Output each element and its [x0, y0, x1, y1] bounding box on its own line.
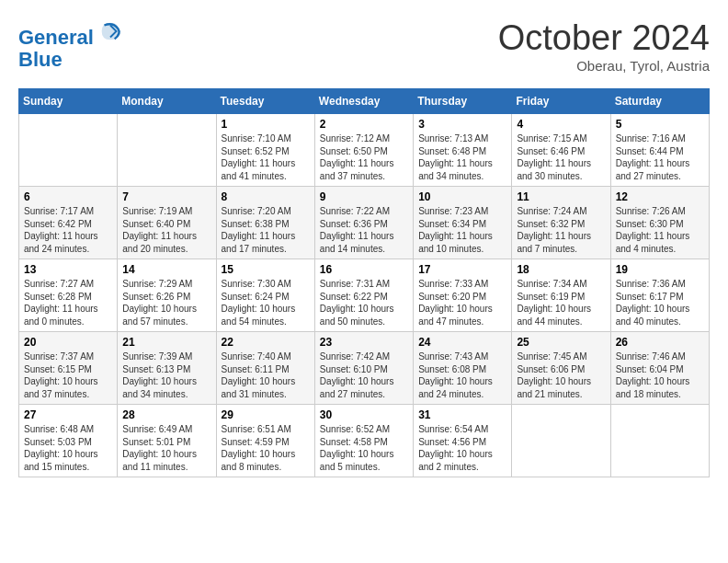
day-number: 1	[222, 118, 310, 131]
day-number: 8	[222, 190, 310, 203]
day-number: 19	[616, 263, 704, 276]
logo-line2-text: Blue	[18, 49, 123, 71]
day-number: 14	[122, 263, 210, 276]
day-number: 9	[320, 190, 408, 203]
calendar-cell: 3Sunrise: 7:13 AM Sunset: 6:48 PM Daylig…	[414, 114, 512, 187]
calendar-cell: 24Sunrise: 7:43 AM Sunset: 6:08 PM Dayli…	[414, 332, 512, 405]
calendar-cell: 12Sunrise: 7:26 AM Sunset: 6:30 PM Dayli…	[610, 187, 709, 259]
calendar-cell: 20Sunrise: 7:37 AM Sunset: 6:15 PM Dayli…	[19, 332, 118, 405]
day-header-wednesday: Wednesday	[314, 89, 413, 114]
calendar-cell: 2Sunrise: 7:12 AM Sunset: 6:50 PM Daylig…	[314, 114, 413, 187]
calendar-cell: 4Sunrise: 7:15 AM Sunset: 6:46 PM Daylig…	[512, 114, 610, 187]
day-info: Sunrise: 7:40 AM Sunset: 6:11 PM Dayligh…	[222, 350, 310, 400]
day-number: 6	[24, 190, 112, 203]
calendar-cell: 17Sunrise: 7:33 AM Sunset: 6:20 PM Dayli…	[414, 259, 512, 332]
day-number: 7	[122, 190, 210, 203]
day-info: Sunrise: 7:37 AM Sunset: 6:15 PM Dayligh…	[24, 350, 112, 400]
day-header-thursday: Thursday	[414, 89, 512, 114]
day-header-tuesday: Tuesday	[216, 89, 314, 114]
calendar-cell	[118, 114, 216, 187]
day-info: Sunrise: 7:13 AM Sunset: 6:48 PM Dayligh…	[418, 132, 506, 182]
day-info: Sunrise: 6:52 AM Sunset: 4:58 PM Dayligh…	[320, 423, 408, 473]
calendar-cell: 31Sunrise: 6:54 AM Sunset: 4:56 PM Dayli…	[414, 405, 512, 477]
day-number: 31	[418, 408, 506, 421]
calendar-cell: 6Sunrise: 7:17 AM Sunset: 6:42 PM Daylig…	[19, 187, 118, 259]
day-number: 13	[24, 263, 112, 276]
location-subtitle: Oberau, Tyrol, Austria	[498, 58, 710, 74]
day-info: Sunrise: 6:51 AM Sunset: 4:59 PM Dayligh…	[222, 423, 310, 473]
calendar-cell: 16Sunrise: 7:31 AM Sunset: 6:22 PM Dayli…	[314, 259, 413, 332]
day-number: 18	[517, 263, 605, 276]
calendar-cell	[19, 114, 118, 187]
calendar-week-row: 27Sunrise: 6:48 AM Sunset: 5:03 PM Dayli…	[19, 405, 710, 477]
day-info: Sunrise: 7:33 AM Sunset: 6:20 PM Dayligh…	[418, 278, 506, 327]
calendar-cell: 10Sunrise: 7:23 AM Sunset: 6:34 PM Dayli…	[414, 187, 512, 259]
day-info: Sunrise: 6:48 AM Sunset: 5:03 PM Dayligh…	[24, 423, 112, 473]
day-number: 4	[517, 118, 605, 131]
day-info: Sunrise: 6:54 AM Sunset: 4:56 PM Dayligh…	[418, 423, 506, 473]
month-title: October 2024	[498, 18, 710, 58]
day-info: Sunrise: 7:29 AM Sunset: 6:26 PM Dayligh…	[122, 278, 210, 327]
day-number: 22	[222, 336, 310, 349]
calendar-cell: 27Sunrise: 6:48 AM Sunset: 5:03 PM Dayli…	[19, 405, 118, 477]
day-info: Sunrise: 7:45 AM Sunset: 6:06 PM Dayligh…	[517, 350, 605, 400]
day-info: Sunrise: 7:10 AM Sunset: 6:52 PM Dayligh…	[222, 132, 310, 182]
calendar-week-row: 13Sunrise: 7:27 AM Sunset: 6:28 PM Dayli…	[19, 259, 710, 332]
day-info: Sunrise: 7:22 AM Sunset: 6:36 PM Dayligh…	[320, 205, 408, 255]
calendar-cell: 30Sunrise: 6:52 AM Sunset: 4:58 PM Dayli…	[314, 405, 413, 477]
day-number: 16	[320, 263, 408, 276]
day-info: Sunrise: 6:49 AM Sunset: 5:01 PM Dayligh…	[122, 423, 210, 473]
day-number: 25	[517, 336, 605, 349]
day-number: 2	[320, 118, 408, 131]
day-info: Sunrise: 7:23 AM Sunset: 6:34 PM Dayligh…	[418, 205, 506, 255]
day-header-monday: Monday	[118, 89, 216, 114]
day-info: Sunrise: 7:46 AM Sunset: 6:04 PM Dayligh…	[616, 350, 704, 400]
calendar-cell: 18Sunrise: 7:34 AM Sunset: 6:19 PM Dayli…	[512, 259, 610, 332]
logo-icon	[97, 18, 123, 44]
calendar-cell: 21Sunrise: 7:39 AM Sunset: 6:13 PM Dayli…	[118, 332, 216, 405]
day-info: Sunrise: 7:34 AM Sunset: 6:19 PM Dayligh…	[517, 278, 605, 327]
day-info: Sunrise: 7:12 AM Sunset: 6:50 PM Dayligh…	[320, 132, 408, 182]
calendar-cell	[610, 405, 709, 477]
calendar-cell: 22Sunrise: 7:40 AM Sunset: 6:11 PM Dayli…	[216, 332, 314, 405]
day-info: Sunrise: 7:16 AM Sunset: 6:44 PM Dayligh…	[616, 132, 704, 182]
calendar-header-row: SundayMondayTuesdayWednesdayThursdayFrid…	[19, 89, 710, 114]
day-header-friday: Friday	[512, 89, 610, 114]
calendar-week-row: 1Sunrise: 7:10 AM Sunset: 6:52 PM Daylig…	[19, 114, 710, 187]
day-header-saturday: Saturday	[610, 89, 709, 114]
day-info: Sunrise: 7:43 AM Sunset: 6:08 PM Dayligh…	[418, 350, 506, 400]
day-info: Sunrise: 7:17 AM Sunset: 6:42 PM Dayligh…	[24, 205, 112, 255]
day-info: Sunrise: 7:27 AM Sunset: 6:28 PM Dayligh…	[24, 278, 112, 327]
day-header-sunday: Sunday	[19, 89, 118, 114]
calendar-cell: 15Sunrise: 7:30 AM Sunset: 6:24 PM Dayli…	[216, 259, 314, 332]
calendar-table: SundayMondayTuesdayWednesdayThursdayFrid…	[18, 88, 710, 477]
day-number: 17	[418, 263, 506, 276]
day-info: Sunrise: 7:30 AM Sunset: 6:24 PM Dayligh…	[222, 278, 310, 327]
day-info: Sunrise: 7:24 AM Sunset: 6:32 PM Dayligh…	[517, 205, 605, 255]
day-number: 15	[222, 263, 310, 276]
calendar-week-row: 20Sunrise: 7:37 AM Sunset: 6:15 PM Dayli…	[19, 332, 710, 405]
calendar-cell: 25Sunrise: 7:45 AM Sunset: 6:06 PM Dayli…	[512, 332, 610, 405]
calendar-cell: 1Sunrise: 7:10 AM Sunset: 6:52 PM Daylig…	[216, 114, 314, 187]
day-number: 11	[517, 190, 605, 203]
day-number: 20	[24, 336, 112, 349]
calendar-cell	[512, 405, 610, 477]
title-block: October 2024 Oberau, Tyrol, Austria	[498, 18, 710, 74]
calendar-cell: 28Sunrise: 6:49 AM Sunset: 5:01 PM Dayli…	[118, 405, 216, 477]
calendar-cell: 11Sunrise: 7:24 AM Sunset: 6:32 PM Dayli…	[512, 187, 610, 259]
logo-line1: General	[18, 26, 94, 49]
calendar-cell: 29Sunrise: 6:51 AM Sunset: 4:59 PM Dayli…	[216, 405, 314, 477]
day-number: 5	[616, 118, 704, 131]
day-number: 27	[24, 408, 112, 421]
logo-text: General	[18, 18, 123, 49]
day-info: Sunrise: 7:20 AM Sunset: 6:38 PM Dayligh…	[222, 205, 310, 255]
day-number: 28	[122, 408, 210, 421]
calendar-cell: 19Sunrise: 7:36 AM Sunset: 6:17 PM Dayli…	[610, 259, 709, 332]
page-header: General Blue October 2024 Oberau, Tyrol,…	[18, 18, 710, 74]
day-info: Sunrise: 7:26 AM Sunset: 6:30 PM Dayligh…	[616, 205, 704, 255]
calendar-cell: 5Sunrise: 7:16 AM Sunset: 6:44 PM Daylig…	[610, 114, 709, 187]
calendar-cell: 26Sunrise: 7:46 AM Sunset: 6:04 PM Dayli…	[610, 332, 709, 405]
day-number: 29	[222, 408, 310, 421]
day-info: Sunrise: 7:15 AM Sunset: 6:46 PM Dayligh…	[517, 132, 605, 182]
calendar-cell: 23Sunrise: 7:42 AM Sunset: 6:10 PM Dayli…	[314, 332, 413, 405]
